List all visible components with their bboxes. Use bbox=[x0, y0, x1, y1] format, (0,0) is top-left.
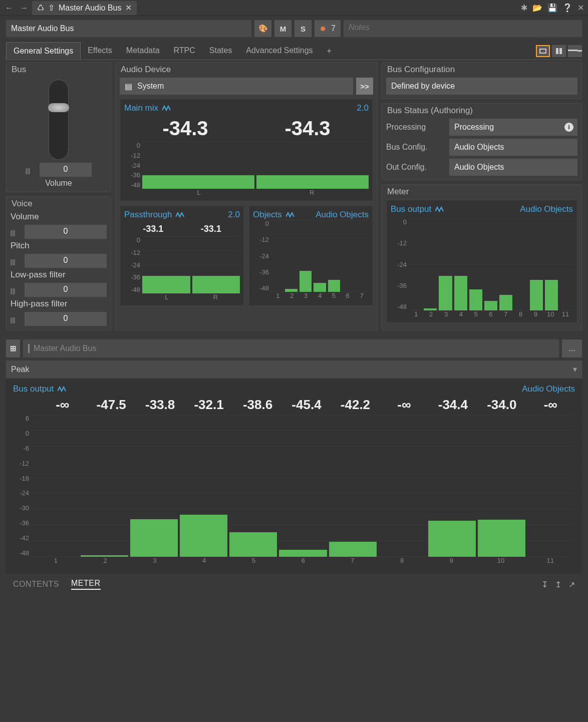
wave-icon bbox=[176, 212, 185, 218]
audio-device-value: System bbox=[137, 82, 164, 91]
meter-bar bbox=[285, 289, 297, 292]
chevron-down-icon: ▾ bbox=[573, 365, 577, 374]
more-button[interactable]: ... bbox=[562, 339, 582, 357]
upload-icon[interactable]: ↥ bbox=[555, 580, 561, 589]
meter-bar bbox=[530, 280, 543, 310]
meter-bar bbox=[484, 301, 497, 310]
share-count-value: 7 bbox=[331, 24, 336, 33]
objects-title[interactable]: Objects bbox=[253, 210, 282, 220]
lower-name-value: Master Audio Bus bbox=[34, 344, 96, 353]
voice-volume-value[interactable]: 0 bbox=[25, 225, 107, 239]
meter-tab[interactable]: METER bbox=[71, 579, 101, 590]
tab-metadata[interactable]: Metadata bbox=[119, 42, 167, 60]
bus-output-large-title[interactable]: Bus output bbox=[13, 384, 54, 394]
slider-icon bbox=[11, 287, 22, 292]
info-icon[interactable]: i bbox=[564, 123, 573, 132]
share-icon: ✸ bbox=[320, 24, 326, 34]
voice-hpf-value[interactable]: 0 bbox=[25, 312, 107, 326]
folder-open-icon[interactable]: 📂 bbox=[532, 3, 542, 13]
peak-readout: -∞ bbox=[38, 397, 87, 413]
main-mix-title[interactable]: Main mix bbox=[124, 103, 158, 113]
meter-mode-select[interactable]: Peak ▾ bbox=[6, 360, 582, 378]
peak-readout: -33.8 bbox=[136, 397, 184, 413]
slider-icon bbox=[11, 258, 22, 263]
passthrough-config[interactable]: 2.0 bbox=[228, 210, 240, 220]
peak-readout: -32.1 bbox=[184, 397, 233, 413]
passthrough-title[interactable]: Passthrough bbox=[124, 210, 172, 220]
object-name-field[interactable]: Master Audio Bus bbox=[6, 20, 251, 37]
voice-lpf-value[interactable]: 0 bbox=[25, 283, 107, 297]
bus-output-title[interactable]: Bus output bbox=[391, 204, 431, 214]
volume-fader[interactable] bbox=[49, 80, 69, 160]
document-tab[interactable]: ♺ ⇧ Master Audio Bus ✕ bbox=[32, 1, 137, 15]
view-mode-1[interactable] bbox=[536, 45, 550, 57]
bus-output-small-chart: Bus output Audio Objects 0-12-24-36-4812… bbox=[386, 200, 577, 323]
solo-button[interactable]: S bbox=[295, 20, 312, 37]
bus-panel: Bus 0 Volume bbox=[6, 62, 111, 192]
tab-states[interactable]: States bbox=[202, 42, 239, 60]
audio-device-go-button[interactable]: >> bbox=[356, 78, 373, 95]
mute-button[interactable]: M bbox=[274, 20, 291, 37]
device-icon: ▤ bbox=[125, 82, 132, 91]
tab-effects[interactable]: Effects bbox=[81, 42, 119, 60]
tab-title: Master Audio Bus bbox=[59, 4, 121, 13]
close-icon[interactable]: ✕ bbox=[125, 3, 132, 13]
peak-readout: -38.6 bbox=[233, 397, 282, 413]
meter-bar bbox=[130, 519, 178, 557]
help-icon[interactable]: ❔ bbox=[562, 3, 572, 13]
audio-device-panel: Audio Device ▤ System >> Main mix 2.0 -3… bbox=[115, 62, 378, 330]
notes-field[interactable]: Notes bbox=[344, 20, 582, 37]
bar-icon bbox=[28, 344, 30, 353]
view-mode-2[interactable] bbox=[552, 45, 566, 57]
passthrough-chart: Passthrough 2.0 -33.1 -33.1 0-12-24-36-4… bbox=[120, 205, 244, 306]
tab-general-settings[interactable]: General Settings bbox=[6, 42, 81, 60]
audio-device-field[interactable]: ▤ System bbox=[120, 78, 353, 95]
meter-bar bbox=[192, 276, 240, 293]
main-mix-config[interactable]: 2.0 bbox=[357, 103, 369, 113]
bus-output-large-config[interactable]: Audio Objects bbox=[522, 384, 575, 394]
tab-rtpc[interactable]: RTPC bbox=[167, 42, 202, 60]
bus-configuration-value[interactable]: Defined by device bbox=[386, 78, 577, 95]
save-icon[interactable]: 💾 bbox=[547, 3, 557, 13]
voice-hpf-label: High-pass filter bbox=[11, 299, 107, 309]
pin-button[interactable]: ⊞ bbox=[6, 339, 20, 357]
meter-bar bbox=[478, 520, 525, 557]
lower-name-field[interactable]: Master Audio Bus bbox=[23, 339, 559, 357]
tabs: General SettingsEffectsMetadataRTPCState… bbox=[6, 42, 582, 60]
close-window-icon[interactable]: ✕ bbox=[577, 3, 584, 13]
meter-bar bbox=[439, 276, 452, 310]
palette-button[interactable]: 🎨 bbox=[254, 20, 271, 37]
audio-device-title: Audio Device bbox=[121, 65, 373, 75]
add-tab-button[interactable]: + bbox=[320, 43, 339, 60]
popout-icon[interactable]: ↗ bbox=[568, 580, 575, 589]
bus-panel-title: Bus bbox=[12, 65, 107, 75]
bus-output-large-chart: Bus output Audio Objects -∞-47.5-33.8-32… bbox=[6, 379, 582, 574]
meter-bar bbox=[454, 276, 467, 310]
wave-icon bbox=[162, 105, 171, 111]
meter-bar bbox=[499, 295, 512, 310]
recycle-icon: ♺ bbox=[37, 3, 44, 13]
view-mode-3[interactable] bbox=[568, 45, 582, 57]
objects-config[interactable]: Audio Objects bbox=[316, 210, 369, 220]
peak-readout: -34.4 bbox=[429, 397, 477, 413]
meter-mode-value: Peak bbox=[11, 365, 29, 374]
download-icon[interactable]: ↧ bbox=[541, 580, 548, 589]
main-mix-value-l: -34.3 bbox=[162, 117, 208, 140]
contents-tab[interactable]: CONTENTS bbox=[13, 580, 59, 589]
back-icon[interactable]: ← bbox=[4, 3, 14, 13]
tab-advanced-settings[interactable]: Advanced Settings bbox=[239, 42, 320, 60]
pin-icon: ⇧ bbox=[48, 3, 55, 13]
voice-volume-label: Volume bbox=[11, 212, 107, 222]
slider-icon bbox=[26, 167, 37, 172]
share-count[interactable]: ✸ 7 bbox=[315, 20, 341, 37]
main-mix-chart: Main mix 2.0 -34.3 -34.3 0-12-24-36-48LR bbox=[120, 99, 373, 201]
voice-pitch-value[interactable]: 0 bbox=[25, 254, 107, 268]
star-icon[interactable]: ✱ bbox=[521, 3, 527, 13]
peak-readout: -∞ bbox=[380, 397, 428, 413]
forward-icon[interactable]: → bbox=[19, 3, 29, 13]
peak-readout: -34.0 bbox=[477, 397, 526, 413]
bus-configuration-title: Bus Configuration bbox=[387, 65, 577, 75]
passthrough-value-r: -33.1 bbox=[201, 224, 221, 234]
bus-output-config[interactable]: Audio Objects bbox=[520, 204, 573, 214]
bus-volume-value[interactable]: 0 bbox=[40, 163, 92, 177]
